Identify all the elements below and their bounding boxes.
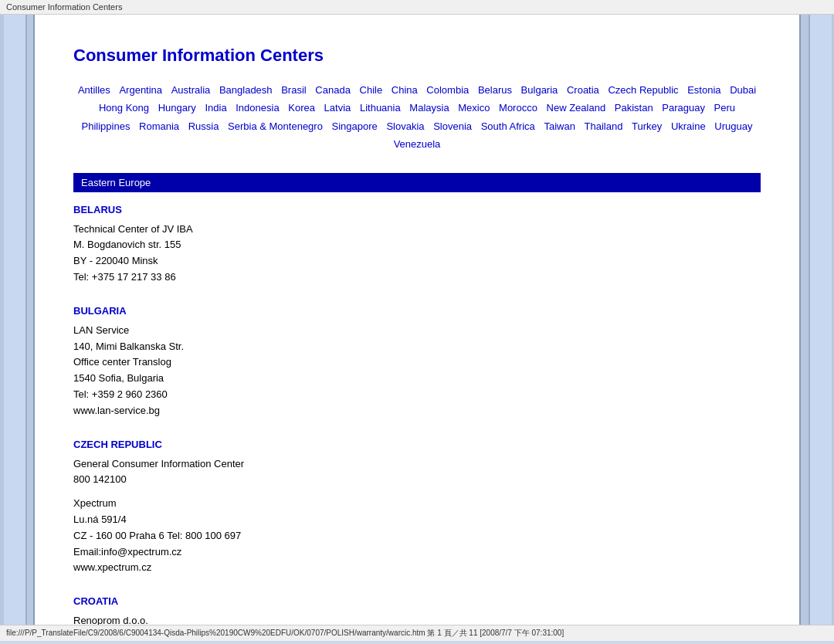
nav-link-pakistan[interactable]: Pakistan [615, 102, 653, 114]
country-info-line: www.lan-service.bg [73, 403, 761, 419]
country-info: Technical Center of JV IBAM. Bogdanovich… [73, 222, 761, 286]
status-bar-text: file:///P/P_TranslateFile/C9/2008/6/C900… [6, 629, 564, 637]
country-info-line: 140, Mimi Balkanska Str. [73, 339, 761, 355]
country-info-line: Renoprom d.o.o. [73, 613, 761, 625]
nav-link-hong-kong[interactable]: Hong Kong [99, 102, 149, 114]
nav-link-hungary[interactable]: Hungary [158, 102, 196, 114]
nav-link-singapore[interactable]: Singapore [332, 120, 378, 132]
country-info-line: Technical Center of JV IBA [73, 222, 761, 238]
country-info-block: XpectrumLu.ná 591/4CZ - 160 00 Praha 6 T… [73, 496, 761, 576]
nav-link-paraguay[interactable]: Paraguay [662, 102, 705, 114]
nav-link-argentina[interactable]: Argentina [119, 84, 162, 96]
country-info-line: 1540 Sofia, Bulgaria [73, 371, 761, 387]
nav-link-russia[interactable]: Russia [188, 120, 219, 132]
nav-link-peru[interactable]: Peru [714, 102, 735, 114]
country-info: Renoprom d.o.o.Mlinska 5, StrmecHR - 414… [73, 613, 761, 625]
country-block-belarus: BELARUSTechnical Center of JV IBAM. Bogd… [73, 204, 761, 286]
nav-link-australia[interactable]: Australia [171, 84, 211, 96]
country-title: BELARUS [73, 204, 761, 215]
nav-link-turkey[interactable]: Turkey [632, 120, 662, 132]
nav-link-slovenia[interactable]: Slovenia [433, 120, 472, 132]
countries-container: BELARUSTechnical Center of JV IBAM. Bogd… [73, 204, 761, 625]
nav-link-colombia[interactable]: Colombia [426, 84, 469, 96]
country-title: CROATIA [73, 595, 761, 607]
nav-link-chile[interactable]: Chile [360, 84, 383, 96]
country-info-line: 800 142100 [73, 472, 761, 488]
country-info-line: Tel: +359 2 960 2360 [73, 387, 761, 403]
nav-link-china[interactable]: China [392, 84, 418, 96]
country-info-line: LAN Service [73, 323, 761, 339]
nav-link-belarus[interactable]: Belarus [478, 84, 512, 96]
nav-link-new-zealand[interactable]: New Zealand [547, 102, 606, 114]
nav-link-taiwan[interactable]: Taiwan [544, 120, 575, 132]
country-block-bulgaria: BULGARIALAN Service140, Mimi Balkanska S… [73, 305, 761, 419]
country-info-block: General Consumer Information Center800 1… [73, 456, 761, 489]
country-info-line: Office center Translog [73, 354, 761, 371]
country-info-line: M. Bogdanovich str. 155 [73, 237, 761, 253]
nav-link-malaysia[interactable]: Malaysia [409, 102, 449, 114]
country-info-line: www.xpectrum.cz [73, 560, 761, 576]
main-content: Consumer Information Centers Antilles Ar… [35, 15, 799, 625]
country-info-line: General Consumer Information Center [73, 456, 761, 473]
nav-link-philippines[interactable]: Philippines [82, 120, 131, 132]
nav-link-lithuania[interactable]: Lithuania [360, 102, 401, 114]
nav-link-thailand[interactable]: Thailand [585, 120, 623, 132]
nav-link-romania[interactable]: Romania [139, 120, 179, 132]
nav-link-canada[interactable]: Canada [315, 84, 351, 96]
nav-link-estonia[interactable]: Estonia [687, 84, 720, 96]
nav-link-brasil[interactable]: Brasil [281, 84, 307, 96]
nav-link-bangladesh[interactable]: Bangladesh [219, 84, 273, 96]
nav-link-antilles[interactable]: Antilles [78, 84, 110, 96]
country-info: LAN Service140, Mimi Balkanska Str.Offic… [73, 323, 761, 419]
browser-layout: Consumer Information Centers Antilles Ar… [0, 15, 834, 625]
nav-link-serbia-and-montenegro[interactable]: Serbia & Montenegro [228, 120, 323, 132]
title-bar-text: Consumer Information Centers [6, 2, 122, 12]
nav-link-czech-republic[interactable]: Czech Republic [608, 84, 678, 96]
nav-link-latvia[interactable]: Latvia [324, 102, 351, 114]
country-block-czech-republic: CZECH REPUBLICGeneral Consumer Informati… [73, 439, 761, 577]
nav-link-uruguay[interactable]: Uruguay [714, 120, 752, 132]
nav-link-mexico[interactable]: Mexico [458, 102, 490, 114]
sidebar-right-inner [809, 15, 832, 625]
nav-link-ukraine[interactable]: Ukraine [671, 120, 706, 132]
page-title: Consumer Information Centers [73, 46, 761, 66]
country-info-line: CZ - 160 00 Praha 6 Tel: 800 100 697 [73, 528, 761, 544]
nav-link-croatia[interactable]: Croatia [567, 84, 599, 96]
sidebar-left [0, 15, 35, 625]
nav-link-dubai[interactable]: Dubai [730, 84, 756, 96]
nav-link-indonesia[interactable]: Indonesia [236, 102, 279, 114]
nav-link-korea[interactable]: Korea [288, 102, 315, 114]
nav-link-morocco[interactable]: Morocco [499, 102, 537, 114]
nav-link-venezuela[interactable]: Venezuela [394, 138, 441, 150]
section-header: Eastern Europe [73, 173, 761, 192]
nav-link-south-africa[interactable]: South Africa [481, 120, 535, 132]
nav-link-bulgaria[interactable]: Bulgaria [521, 84, 558, 96]
sidebar-left-inner [4, 15, 27, 625]
country-info-line: Lu.ná 591/4 [73, 512, 761, 528]
country-info-line: Email:info@xpectrum.cz [73, 544, 761, 561]
country-title: CZECH REPUBLIC [73, 439, 761, 450]
country-info-line: Xpectrum [73, 496, 761, 512]
country-title: BULGARIA [73, 305, 761, 317]
country-block-croatia: CROATIARenoprom d.o.o.Mlinska 5, StrmecH… [73, 595, 761, 625]
country-info-line: BY - 220040 Minsk [73, 253, 761, 269]
nav-link-slovakia[interactable]: Slovakia [386, 120, 424, 132]
country-info-line: Tel: +375 17 217 33 86 [73, 269, 761, 286]
status-bar: file:///P/P_TranslateFile/C9/2008/6/C900… [0, 625, 834, 641]
nav-links: Antilles Argentina Australia Bangladesh … [73, 81, 761, 154]
sidebar-right [799, 15, 834, 625]
title-bar: Consumer Information Centers [0, 0, 834, 15]
nav-link-india[interactable]: India [205, 102, 226, 114]
